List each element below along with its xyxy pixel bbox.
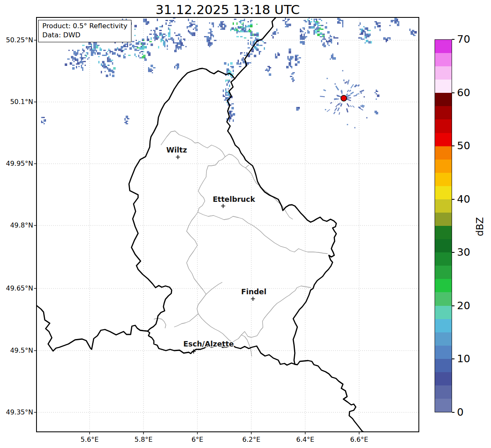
- colorbar-segment: [435, 266, 452, 279]
- colorbar-tick-label: 0: [457, 407, 464, 417]
- colorbar-segment: [435, 385, 452, 399]
- colorbar-segment: [435, 279, 452, 292]
- colorbar-tick-label: 40: [457, 194, 470, 204]
- colorbar-tick: [452, 92, 455, 93]
- colorbar-segment: [435, 332, 452, 346]
- city-marker: [176, 155, 180, 159]
- colorbar-tick: [452, 145, 455, 146]
- colorbar-segment: [435, 93, 452, 106]
- colorbar-tick: [452, 199, 455, 200]
- radar-clutter: [320, 70, 377, 128]
- y-tick-label: 49.65°N: [0, 284, 33, 292]
- france-belgium-border: [36, 305, 148, 351]
- figure-title: 31.12.2025 13:18 UTC: [36, 2, 419, 17]
- city-label: Findel: [241, 288, 267, 296]
- y-tick-label: 49.35°N: [0, 408, 33, 416]
- france-germany-border: [295, 361, 363, 432]
- colorbar-tick-label: 30: [457, 247, 470, 257]
- country-borders: [36, 17, 363, 432]
- radar-site-marker: [341, 95, 347, 101]
- y-tick-label: 49.5°N: [0, 346, 33, 354]
- product-legend-box: Product: 0.5° Reflectivity Data: DWD: [38, 20, 131, 42]
- colorbar-segment: [435, 239, 452, 252]
- colorbar-segment: [435, 146, 452, 160]
- colorbar-segment: [435, 372, 452, 385]
- colorbar-segment: [435, 346, 452, 359]
- x-tick-label: 6.4°E: [287, 436, 324, 443]
- colorbar-tick-label: 60: [457, 87, 470, 98]
- colorbar-tick: [452, 39, 455, 40]
- data-source-line: Data: DWD: [42, 31, 127, 40]
- y-tick-label: 50.25°N: [0, 36, 33, 44]
- colorbar-segment: [435, 119, 452, 133]
- colorbar: [435, 39, 452, 412]
- colorbar-segment: [435, 106, 452, 119]
- colorbar-segment: [435, 133, 452, 146]
- colorbar-segment: [435, 252, 452, 266]
- axis-ticks: [34, 40, 359, 434]
- colorbar-segment: [435, 66, 452, 80]
- colorbar-tick: [452, 412, 455, 413]
- colorbar-segment: [435, 53, 452, 66]
- colorbar-segment: [435, 319, 452, 332]
- colorbar-tick: [452, 358, 455, 359]
- city-marker: [221, 204, 225, 208]
- x-tick-label: 5.8°E: [125, 436, 162, 443]
- colorbar-segment: [435, 359, 452, 372]
- colorbar-tick-label: 50: [457, 140, 470, 151]
- x-tick-label: 6.2°E: [233, 436, 270, 443]
- city-label: Wiltz: [166, 146, 187, 154]
- map-canvas: WiltzEttelbruckFindelEsch/Alzette: [0, 0, 491, 448]
- city-label: Esch/Alzette: [183, 340, 234, 348]
- product-line: Product: 0.5° Reflectivity: [42, 22, 127, 31]
- colorbar-tick-label: 10: [457, 354, 470, 364]
- colorbar-segment: [435, 80, 452, 93]
- colorbar-segment: [435, 399, 452, 412]
- x-tick-label: 6°E: [179, 436, 216, 443]
- colorbar-tick-label: 70: [457, 34, 470, 44]
- colorbar-segment: [435, 160, 452, 173]
- colorbar-axis-label: dBZ: [474, 212, 487, 241]
- colorbar-tick-label: 20: [457, 300, 470, 311]
- radar-figure: WiltzEttelbruckFindelEsch/Alzette 31.12.…: [0, 0, 491, 448]
- colorbar-segment: [435, 306, 452, 319]
- colorbar-segment: [435, 292, 452, 305]
- colorbar-segment: [435, 186, 452, 199]
- x-tick-label: 6.6°E: [340, 436, 378, 443]
- x-tick-label: 5.6°E: [71, 436, 108, 443]
- colorbar-segment: [435, 226, 452, 239]
- colorbar-segment: [435, 213, 452, 226]
- y-tick-label: 50.1°N: [0, 98, 33, 106]
- colorbar-tick: [452, 252, 455, 253]
- colorbar-segment: [435, 173, 452, 186]
- district-borders: [154, 131, 328, 356]
- y-tick-label: 49.8°N: [0, 221, 33, 229]
- y-tick-label: 49.95°N: [0, 160, 33, 167]
- city-label: Ettelbruck: [213, 195, 255, 203]
- colorbar-segment: [435, 199, 452, 213]
- colorbar-tick: [452, 305, 455, 306]
- colorbar-segment: [435, 40, 452, 53]
